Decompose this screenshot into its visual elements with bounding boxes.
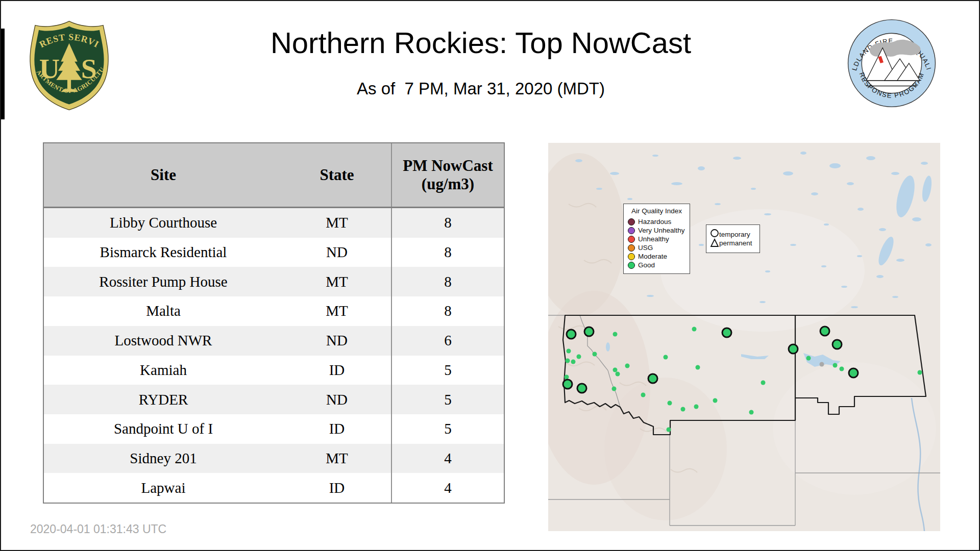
monitor-marker <box>641 393 646 397</box>
monitor-marker <box>668 401 672 406</box>
monitor-marker <box>664 355 668 360</box>
table-cell-value: 8 <box>391 267 504 296</box>
table-cell-state: MT <box>283 267 391 296</box>
monitor-marker <box>789 344 798 354</box>
usfs-logo: FOREST SERVICE U S DEPARTMENT OF AGRICUL… <box>28 19 111 111</box>
nowcast-table: Site State PM NowCast (ug/m3) Libby Cour… <box>43 142 505 504</box>
aqi-legend: Air Quality Index HazardousVery Unhealth… <box>623 204 690 274</box>
page-title: Northern Rockies: Top NowCast <box>154 26 807 60</box>
table-cell-value: 5 <box>391 414 504 444</box>
table-cell-state: ID <box>283 356 391 385</box>
table-row: Lostwood NWRND6 <box>44 326 504 356</box>
table-row: KamiahID5 <box>44 356 504 385</box>
table-cell-value: 4 <box>391 473 504 503</box>
aqi-item-label: Moderate <box>638 253 667 260</box>
monitor-marker <box>616 372 620 377</box>
column-header-pm-nowcast: PM NowCast (ug/m3) <box>391 143 504 207</box>
column-header-site: Site <box>44 143 283 207</box>
monitor-marker <box>692 327 697 332</box>
monitor-marker <box>567 330 576 339</box>
aqi-item-label: Good <box>638 261 655 269</box>
aqi-legend-item: Very Unhealthy <box>628 226 685 235</box>
aqi-item-label: USG <box>638 244 653 252</box>
aqi-legend-items: HazardousVery UnhealthyUnhealthyUSGModer… <box>628 217 685 269</box>
table-cell-site: Rossiter Pump House <box>44 267 283 296</box>
marker-legend: temporary permanent <box>706 224 760 253</box>
table-cell-state: ND <box>283 238 391 267</box>
monitor-dot-gray <box>820 362 824 367</box>
aqi-legend-item: Good <box>628 261 685 269</box>
table-row: Sidney 201MT4 <box>44 444 504 473</box>
aqi-legend-item: Unhealthy <box>628 235 685 243</box>
monitor-marker <box>806 356 811 361</box>
table-cell-state: MT <box>283 208 391 238</box>
monitor-marker <box>820 362 824 367</box>
monitor-marker <box>613 332 618 337</box>
monitor-marker <box>849 368 858 378</box>
aqi-legend-item: USG <box>628 243 685 252</box>
aqi-color-dot-icon <box>628 262 635 269</box>
monitor-marker <box>565 375 569 380</box>
aqi-legend-item: Hazardous <box>628 217 685 226</box>
window-edge-artifact <box>1 29 5 119</box>
aqi-color-dot-icon <box>628 253 635 260</box>
aqi-item-label: Hazardous <box>638 218 671 226</box>
aqi-color-dot-icon <box>628 218 635 226</box>
table-cell-site: Sandpoint U of I <box>44 414 283 444</box>
table-row: MaltaMT8 <box>44 296 504 326</box>
temporary-circle-icon <box>711 230 718 237</box>
monitor-marker <box>563 380 572 389</box>
table-cell-state: MT <box>283 444 391 473</box>
table-cell-value: 8 <box>391 296 504 326</box>
page-subtitle: As of 7 PM, Mar 31, 2020 (MDT) <box>154 79 807 98</box>
aqi-item-label: Unhealthy <box>638 235 669 243</box>
permanent-triangle-icon <box>711 239 718 246</box>
monitor-marker <box>694 405 699 409</box>
monitor-marker <box>761 381 766 385</box>
monitor-map: Air Quality Index HazardousVery Unhealth… <box>548 143 940 531</box>
wfaqrp-logo: WILDLAND FIRE • AIR QUALITY RESPONSE PRO… <box>846 18 937 109</box>
table-cell-value: 6 <box>391 326 504 356</box>
monitor-marker <box>833 363 838 368</box>
monitor-marker <box>648 374 657 383</box>
table-header-row: Site State PM NowCast (ug/m3) <box>44 143 504 208</box>
table-cell-site: Kamiah <box>44 356 283 385</box>
generated-timestamp: 2020-04-01 01:31:43 UTC <box>30 522 166 536</box>
table-cell-site: Malta <box>44 296 283 326</box>
monitor-marker <box>820 327 829 336</box>
monitor-marker <box>722 328 731 337</box>
permanent-label: permanent <box>719 239 752 247</box>
table-row: Libby CourthouseMT8 <box>44 208 504 238</box>
marker-legend-icons <box>710 229 719 249</box>
table-row: LapwaiID4 <box>44 473 504 503</box>
monitor-marker <box>577 384 586 393</box>
aqi-color-dot-icon <box>628 244 635 252</box>
monitor-marker <box>584 327 594 336</box>
table-cell-value: 5 <box>391 385 504 414</box>
monitor-marker <box>566 359 570 363</box>
monitor-marker <box>832 340 842 349</box>
usfs-shield-icon: FOREST SERVICE U S DEPARTMENT OF AGRICUL… <box>28 19 111 111</box>
monitor-marker <box>918 370 922 375</box>
monitor-marker <box>625 364 630 368</box>
monitor-marker <box>567 349 571 354</box>
monitor-marker <box>577 355 581 359</box>
table-cell-value: 8 <box>391 238 504 267</box>
table-body: Libby CourthouseMT8Bismarck ResidentialN… <box>44 208 504 503</box>
table-cell-state: ND <box>283 326 391 356</box>
aqi-color-dot-icon <box>628 236 635 243</box>
aqi-legend-title: Air Quality Index <box>628 207 685 215</box>
monitor-marker <box>840 367 844 371</box>
map-canvas <box>548 143 940 531</box>
monitor-marker <box>749 410 754 415</box>
aqi-color-dot-icon <box>628 227 635 234</box>
table-cell-site: Bismarck Residential <box>44 238 283 267</box>
column-header-state: State <box>283 143 391 207</box>
table-cell-value: 8 <box>391 208 504 238</box>
table-cell-state: ID <box>283 414 391 444</box>
aqi-item-label: Very Unhealthy <box>638 227 685 234</box>
wfaqrp-badge-icon: WILDLAND FIRE • AIR QUALITY RESPONSE PRO… <box>846 18 937 109</box>
table-cell-site: RYDER <box>44 385 283 414</box>
table-row: Sandpoint U of IID5 <box>44 414 504 444</box>
monitor-marker <box>612 387 617 391</box>
